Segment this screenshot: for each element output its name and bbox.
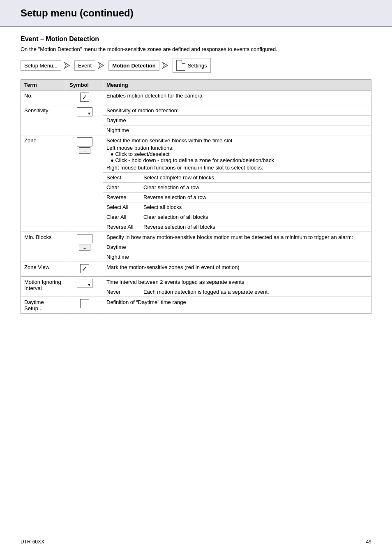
zone-selectall-row: Select All Select all blocks — [103, 202, 371, 212]
doc-icon — [176, 60, 185, 71]
dots-button: ... — [79, 147, 90, 154]
breadcrumb-arrow-2 — [98, 62, 106, 69]
table-row-zone: Zone ... Select the motion-sensitive blo… — [21, 135, 371, 232]
table-row-no: No. Enables motion detection for the cam… — [21, 91, 371, 105]
breadcrumb-arrow-1 — [64, 62, 72, 69]
meaning-zone: Select the motion-sensitive blocks withi… — [103, 135, 371, 232]
minblocks-sub-rows: Daytime Nighttime — [103, 242, 371, 262]
breadcrumb-settings[interactable]: Settings — [173, 58, 211, 73]
term-zone: Zone — [21, 135, 66, 232]
minblocks-nighttime-row: Nighttime — [103, 252, 371, 262]
meaning-no: Enables motion detection for the camera — [103, 91, 371, 105]
intro-text: On the "Motion Detection" menu the motio… — [21, 46, 371, 52]
symbol-daytimesetup — [66, 297, 103, 314]
dots-button-2: ... — [79, 244, 90, 251]
section-title: Event – Motion Detection — [21, 35, 371, 43]
sensitivity-sub-rows: Daytime Nighttime — [103, 115, 371, 135]
table-row-minblocks: Min. Blocks ... Specify in how many moti… — [21, 232, 371, 262]
zone-reverseall-value: Reverse selection of all blocks — [143, 224, 368, 230]
svg-marker-1 — [99, 63, 104, 68]
input-dots-icon: ... — [69, 137, 99, 154]
term-no: No. — [21, 91, 66, 105]
meaning-zoneview: Mark the motion-sensitive zones (red in … — [103, 262, 371, 277]
zone-clearall-row: Clear All Clear selection of all blocks — [103, 212, 371, 222]
zone-reverseall-label: Reverse All — [106, 224, 143, 230]
table-row-motionignoring: Motion Ignoring Interval Time interval b… — [21, 277, 371, 297]
symbol-no — [66, 91, 103, 105]
zone-bullet-2: Click - hold down - drag to define a zon… — [111, 157, 368, 163]
table-row-zoneview: Zone View Mark the motion-sensitive zone… — [21, 262, 371, 277]
term-zoneview: Zone View — [21, 262, 66, 277]
dropdown-icon — [77, 107, 92, 116]
term-motionignoring: Motion Ignoring Interval — [21, 277, 66, 297]
meaning-daytimesetup: Definition of “Daytime” time range — [103, 297, 371, 314]
sensitivity-nighttime-row: Nighttime — [103, 125, 371, 135]
zone-select-label: Select — [106, 174, 143, 181]
meaning-sensitivity: Sensitivity of motion detection: Daytime… — [103, 105, 371, 135]
zone-select-row: Select Select complete row of blocks — [103, 173, 371, 182]
zone-selectall-label: Select All — [106, 204, 143, 210]
symbol-motionignoring — [66, 277, 103, 297]
table-row-daytimesetup: Daytime Setup... Definition of “Daytime”… — [21, 297, 371, 314]
checkbox-empty-icon — [80, 299, 89, 308]
input-dots-icon-2: ... — [69, 234, 99, 251]
sensitivity-daytime-row: Daytime — [103, 116, 371, 125]
breadcrumb-arrow-3 — [162, 62, 170, 69]
zone-clear-value: Clear selection of a row — [143, 184, 368, 190]
zone-reverseall-row: Reverse All Reverse selection of all blo… — [103, 222, 371, 232]
breadcrumb: Setup Menu... Event Motion Detection Set… — [21, 58, 371, 73]
term-minblocks: Min. Blocks — [21, 232, 66, 262]
zone-sub-rows: Select Select complete row of blocks Cle… — [103, 172, 371, 232]
footer-page-number: 49 — [366, 539, 371, 545]
col-header-term: Term — [21, 80, 66, 91]
zone-clear-label: Clear — [106, 184, 143, 190]
symbol-zoneview — [66, 262, 103, 277]
zone-bullets: Left mouse button functions: Click to se… — [106, 145, 368, 163]
col-header-symbol: Symbol — [66, 80, 103, 91]
meaning-minblocks: Specify in how many motion-sensitive blo… — [103, 232, 371, 262]
col-header-meaning: Meaning — [103, 80, 371, 91]
symbol-minblocks: ... — [66, 232, 103, 262]
page-title: Setup menu (continued) — [21, 7, 371, 19]
never-value: Each motion detection is logged as a sep… — [143, 289, 368, 295]
never-label: Never — [106, 289, 143, 295]
breadcrumb-setup-menu[interactable]: Setup Menu... — [21, 60, 61, 71]
footer-model: DTR-60XX — [21, 539, 44, 545]
zone-clear-row: Clear Clear selection of a row — [103, 182, 371, 192]
motionignoring-never-row: Never Each motion detection is logged as… — [103, 287, 371, 297]
dropdown-icon-2 — [77, 279, 92, 288]
zone-extra: Right mouse button functions or menu in … — [106, 165, 368, 171]
term-sensitivity: Sensitivity — [21, 105, 66, 135]
table-row-sensitivity: Sensitivity Sensitivity of motion detect… — [21, 105, 371, 135]
zone-selectall-value: Select all blocks — [143, 204, 368, 210]
svg-marker-0 — [65, 63, 69, 68]
zone-reverse-row: Reverse Reverse selection of a row — [103, 192, 371, 202]
breadcrumb-motion-detection[interactable]: Motion Detection — [108, 60, 159, 71]
zone-reverse-label: Reverse — [106, 194, 143, 200]
zone-reverse-value: Reverse selection of a row — [143, 194, 368, 200]
motionignoring-sub-rows: Never Each motion detection is logged as… — [103, 287, 371, 297]
input-box-2 — [77, 234, 92, 243]
breadcrumb-event[interactable]: Event — [74, 60, 95, 71]
checkbox-checked-icon — [80, 93, 89, 102]
symbol-sensitivity — [66, 105, 103, 135]
main-table: Term Symbol Meaning No. Enables motion d… — [21, 79, 371, 314]
symbol-zone: ... — [66, 135, 103, 232]
page-footer: DTR-60XX 49 — [21, 539, 371, 545]
svg-marker-2 — [163, 63, 168, 68]
zone-clearall-label: Clear All — [106, 214, 143, 220]
minblocks-daytime-row: Daytime — [103, 242, 371, 252]
zone-bullet-1: Click to select/deselect — [111, 151, 368, 157]
zone-clearall-value: Clear selection of all blocks — [143, 214, 368, 220]
zone-select-value: Select complete row of blocks — [143, 174, 368, 181]
checkbox-checked-icon-2 — [80, 264, 89, 273]
input-box — [77, 137, 92, 146]
meaning-motionignoring: Time interval between 2 events logged as… — [103, 277, 371, 297]
term-daytimesetup: Daytime Setup... — [21, 297, 66, 314]
